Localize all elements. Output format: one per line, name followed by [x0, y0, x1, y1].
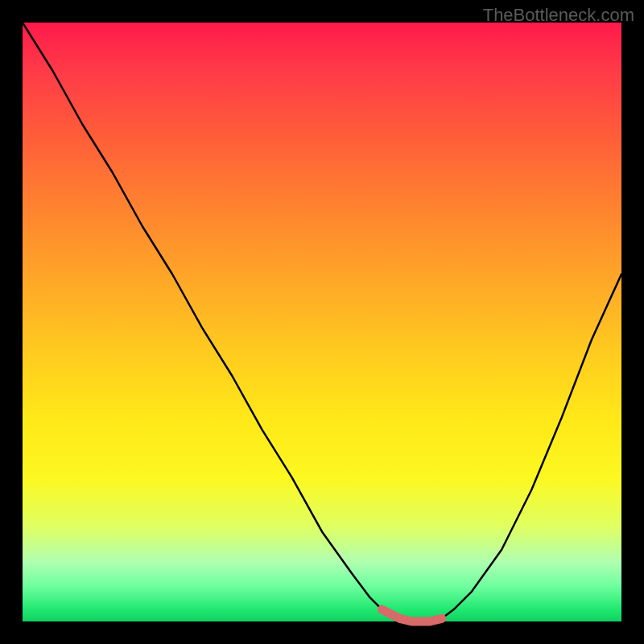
chart-plot-area — [23, 23, 621, 621]
chart-svg — [23, 23, 621, 621]
bottleneck-curve — [23, 23, 621, 621]
optimum-highlight — [382, 609, 441, 621]
watermark-text: TheBottleneck.com — [483, 5, 634, 26]
